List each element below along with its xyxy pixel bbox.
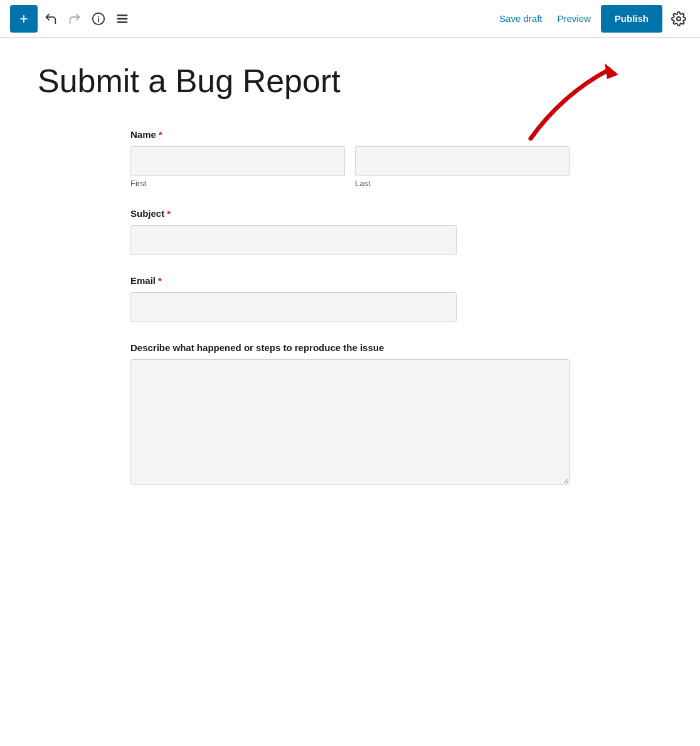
toolbar-left: + (10, 5, 492, 33)
name-label: Name * (130, 129, 570, 140)
redo-button[interactable] (64, 8, 85, 29)
email-required-star: * (158, 275, 162, 286)
last-name-input[interactable] (355, 146, 570, 176)
toolbar: + (0, 0, 700, 38)
list-icon (115, 12, 129, 26)
info-button[interactable] (88, 8, 109, 29)
subject-required-star: * (167, 208, 171, 219)
undo-icon (44, 12, 58, 26)
email-input[interactable] (130, 292, 457, 322)
publish-button[interactable]: Publish (601, 5, 662, 33)
name-fields: First Last (130, 146, 570, 188)
preview-button[interactable]: Preview (552, 9, 595, 28)
page-title: Submit a Bug Report (38, 63, 662, 99)
email-form-group: Email * (130, 275, 570, 322)
info-icon (92, 12, 105, 26)
name-required-star: * (159, 129, 162, 140)
gear-icon (671, 11, 686, 26)
first-name-input[interactable] (130, 146, 345, 176)
subject-input[interactable] (130, 225, 457, 255)
describe-label: Describe what happened or steps to repro… (130, 342, 570, 353)
main-content: Submit a Bug Report Name * First Last (0, 38, 700, 545)
first-name-wrap: First (130, 146, 345, 188)
undo-button[interactable] (40, 8, 61, 29)
last-name-wrap: Last (355, 146, 570, 188)
subject-form-group: Subject * (130, 208, 570, 255)
describe-form-group: Describe what happened or steps to repro… (130, 342, 570, 487)
email-label: Email * (130, 275, 570, 286)
subject-label: Subject * (130, 208, 570, 219)
redo-icon (68, 12, 82, 26)
settings-button[interactable] (667, 8, 690, 30)
name-form-group: Name * First Last (130, 129, 570, 188)
add-block-button[interactable]: + (10, 5, 38, 33)
first-name-label: First (130, 179, 345, 188)
list-view-button[interactable] (112, 8, 133, 29)
form-container: Name * First Last Subject * (130, 129, 570, 487)
save-draft-button[interactable]: Save draft (494, 9, 547, 28)
describe-textarea[interactable] (130, 359, 570, 485)
svg-point-6 (677, 17, 681, 21)
last-name-label: Last (355, 179, 570, 188)
toolbar-right: Save draft Preview Publish (494, 5, 690, 33)
